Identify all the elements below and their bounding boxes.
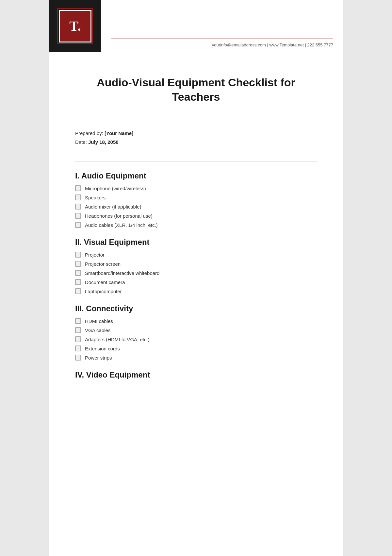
section-title-visual: II. Visual Equipment (75, 238, 317, 247)
checkbox[interactable] (75, 327, 81, 333)
checkbox[interactable] (75, 279, 81, 285)
date-line: Date: July 18, 2050 (75, 139, 317, 145)
divider-middle (75, 161, 317, 161)
item-label: HDMI cables (85, 318, 113, 324)
prepared-by-label: Prepared by: (75, 130, 103, 136)
logo-block: T. (49, 0, 101, 52)
checkbox[interactable] (75, 288, 81, 294)
checkbox[interactable] (75, 204, 81, 210)
content: Audio-Visual Equipment Checklist for Tea… (49, 52, 343, 397)
list-item: Projector screen (75, 261, 317, 267)
checkbox[interactable] (75, 336, 81, 342)
list-item: Document camera (75, 279, 317, 285)
list-item: Laptop/computer (75, 288, 317, 294)
list-item: VGA cables (75, 327, 317, 333)
meta-section: Prepared by: [Your Name] Date: July 18, … (75, 124, 317, 155)
divider-top (75, 117, 317, 117)
list-item: Adapters (HDMI to VGA, etc.) (75, 336, 317, 342)
item-label: Laptop/computer (85, 289, 122, 294)
document-title: Audio-Visual Equipment Checklist for Tea… (75, 75, 317, 104)
item-label: Projector (85, 252, 105, 258)
checklist-audio: Microphone (wired/wireless) Speakers Aud… (75, 185, 317, 228)
checkbox[interactable] (75, 318, 81, 324)
item-label: Smartboard/interactive whiteboard (85, 270, 159, 276)
header-contact: yourinfo@emailaddress.com | www.Template… (111, 42, 333, 47)
checkbox[interactable] (75, 270, 81, 276)
item-label: Audio cables (XLR, 1/4 inch, etc.) (85, 222, 158, 228)
section-title-video: IV. Video Equipment (75, 370, 317, 379)
checkbox[interactable] (75, 261, 81, 267)
item-label: Adapters (HDMI to VGA, etc.) (85, 337, 150, 342)
item-label: Audio mixer (if applicable) (85, 204, 141, 210)
checklist-visual: Projector Projector screen Smartboard/in… (75, 252, 317, 294)
checkbox[interactable] (75, 185, 81, 191)
header-right: yourinfo@emailaddress.com | www.Template… (101, 0, 343, 52)
prepared-by-value: [Your Name] (105, 130, 133, 136)
checklist-connectivity: HDMI cables VGA cables Adapters (HDMI to… (75, 318, 317, 361)
item-label: Document camera (85, 279, 125, 285)
list-item: Microphone (wired/wireless) (75, 185, 317, 191)
item-label: Speakers (85, 195, 106, 200)
list-item: Power strips (75, 355, 317, 361)
section-title-audio: I. Audio Equipment (75, 171, 317, 180)
list-item: Projector (75, 252, 317, 258)
item-label: VGA cables (85, 328, 110, 333)
date-label: Date: (75, 139, 87, 145)
header-line-decoration (111, 39, 333, 39)
list-item: Extension cords (75, 345, 317, 351)
list-item: Speakers (75, 194, 317, 200)
checkbox[interactable] (75, 213, 81, 219)
logo-inner: T. (59, 10, 91, 42)
logo-text: T. (69, 18, 81, 34)
item-label: Power strips (85, 355, 112, 361)
list-item: Headphones (for personal use) (75, 213, 317, 219)
item-label: Extension cords (85, 346, 120, 351)
header: T. yourinfo@emailaddress.com | www.Templ… (49, 0, 343, 52)
checkbox[interactable] (75, 345, 81, 351)
page: T. yourinfo@emailaddress.com | www.Templ… (49, 0, 343, 556)
checkbox[interactable] (75, 222, 81, 228)
list-item: Audio mixer (if applicable) (75, 204, 317, 210)
checkbox[interactable] (75, 194, 81, 200)
item-label: Microphone (wired/wireless) (85, 186, 146, 191)
list-item: Smartboard/interactive whiteboard (75, 270, 317, 276)
checkbox[interactable] (75, 355, 81, 361)
checkbox[interactable] (75, 252, 81, 258)
item-label: Projector screen (85, 261, 121, 267)
item-label: Headphones (for personal use) (85, 213, 153, 219)
date-value: July 18, 2050 (88, 139, 119, 145)
list-item: Audio cables (XLR, 1/4 inch, etc.) (75, 222, 317, 228)
prepared-by-line: Prepared by: [Your Name] (75, 130, 317, 136)
list-item: HDMI cables (75, 318, 317, 324)
section-title-connectivity: III. Connectivity (75, 304, 317, 313)
